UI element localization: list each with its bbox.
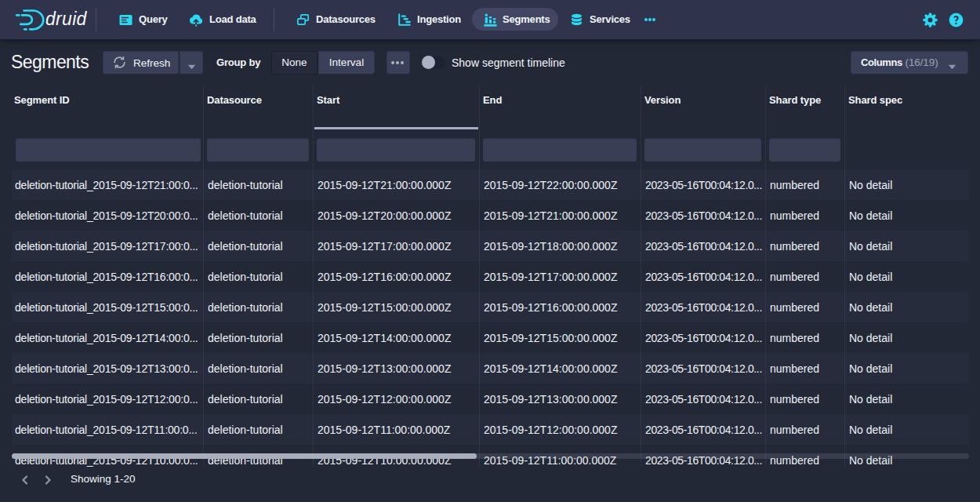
svg-text:druid: druid (45, 9, 88, 29)
